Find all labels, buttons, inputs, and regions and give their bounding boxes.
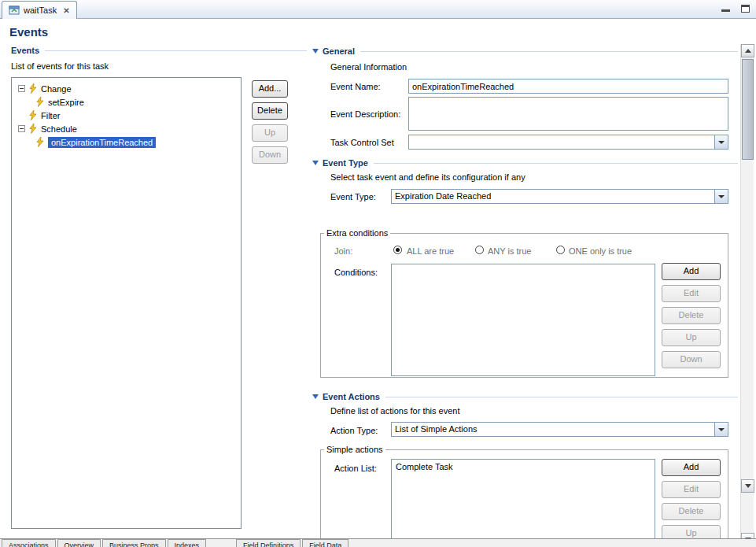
tree-row[interactable]: Schedule xyxy=(13,122,239,135)
event-actions-section-header[interactable]: Event Actions xyxy=(312,392,738,401)
radio-any-is-true[interactable] xyxy=(475,246,484,254)
radio-one-only-true[interactable] xyxy=(556,246,565,254)
event-actions-section-subtitle: Define list of actions for this event xyxy=(330,406,459,416)
tree-button-column: Add... Delete Up Down xyxy=(252,80,288,164)
event-type-label: Event Type: xyxy=(330,192,376,201)
event-type-section-subtitle: Select task event and define its configu… xyxy=(330,172,526,182)
radio-one-label[interactable]: ONE only is true xyxy=(569,246,632,256)
add-event-button[interactable]: Add... xyxy=(252,80,288,98)
tab-waittask[interactable]: waitTask ✕ xyxy=(2,1,77,19)
events-section-header: Events xyxy=(11,46,307,55)
task-control-set-select[interactable] xyxy=(408,135,728,150)
bottom-tab[interactable]: Associations xyxy=(2,539,56,547)
event-name-label: Event Name: xyxy=(330,82,381,91)
event-type-value: Expiration Date Reached xyxy=(392,190,714,203)
general-section-header[interactable]: General xyxy=(312,46,738,56)
move-down-button[interactable]: Down xyxy=(252,146,288,164)
bottom-tab[interactable]: Overview xyxy=(57,539,101,547)
radio-any-label[interactable]: ANY is true xyxy=(488,246,531,256)
action-type-select[interactable]: List of Simple Actions xyxy=(391,422,728,437)
events-section-subtitle: List of events for this task xyxy=(11,61,109,71)
section-divider xyxy=(385,397,738,397)
chevron-down-icon[interactable] xyxy=(312,394,319,399)
join-label: Join: xyxy=(334,246,352,256)
bottom-tab[interactable]: Field Data xyxy=(302,539,348,547)
tree-item-label: Change xyxy=(41,84,72,94)
delete-event-button[interactable]: Delete xyxy=(252,102,288,120)
chevron-down-icon[interactable] xyxy=(312,49,319,54)
tree-row[interactable]: setExpire xyxy=(13,95,239,109)
task-control-set-value xyxy=(409,135,714,149)
conditions-list[interactable] xyxy=(391,264,655,376)
conditions-add-button[interactable]: Add xyxy=(662,263,721,280)
tab-close-icon[interactable]: ✕ xyxy=(63,6,69,15)
page-title: Events xyxy=(9,25,48,39)
bottom-tab[interactable]: Indexes xyxy=(168,539,207,547)
action-type-value: List of Simple Actions xyxy=(392,423,714,436)
move-up-button[interactable]: Up xyxy=(252,124,288,142)
vertical-scrollbar[interactable] xyxy=(740,44,754,547)
scroll-down-icon[interactable] xyxy=(741,479,754,493)
action-list-label: Action List: xyxy=(334,464,377,473)
radio-all-are-true[interactable] xyxy=(393,246,402,254)
collapse-icon[interactable] xyxy=(18,85,25,92)
tree-item-label: onExpirationTimeReached xyxy=(48,137,156,148)
event-type-select[interactable]: Expiration Date Reached xyxy=(391,189,728,204)
radio-all-label[interactable]: ALL are true xyxy=(407,246,454,256)
events-section-title: Events xyxy=(11,46,39,55)
event-name-field[interactable] xyxy=(408,79,728,94)
tree-row-selected[interactable]: onExpirationTimeReached xyxy=(13,135,239,149)
tree-row[interactable]: Change xyxy=(13,82,239,95)
minimize-icon[interactable] xyxy=(721,9,730,12)
tab-title: waitTask xyxy=(24,6,57,15)
event-type-section-header[interactable]: Event Type xyxy=(312,158,738,168)
dropdown-arrow-icon[interactable] xyxy=(714,135,728,149)
chevron-down-icon[interactable] xyxy=(312,161,319,165)
task-control-set-label: Task Control Set xyxy=(330,138,394,147)
general-section-title: General xyxy=(323,46,355,56)
general-section-subtitle: General Information xyxy=(330,62,407,72)
event-description-label: Event Description: xyxy=(330,109,400,119)
editor-bottom-tab-bar: Associations Overview Business Props Ind… xyxy=(0,538,756,547)
bottom-tab[interactable]: Business Props xyxy=(102,539,166,547)
maximize-icon[interactable] xyxy=(741,5,750,13)
collapse-icon[interactable] xyxy=(18,125,25,132)
bottom-tab[interactable]: Field Definitions xyxy=(236,539,301,547)
event-type-section-title: Event Type xyxy=(323,158,368,168)
event-actions-section-title: Event Actions xyxy=(323,392,380,401)
event-lightning-icon xyxy=(28,110,38,120)
actions-delete-button[interactable]: Delete xyxy=(662,503,721,520)
conditions-edit-button[interactable]: Edit xyxy=(662,285,721,302)
event-lightning-icon xyxy=(35,137,45,147)
action-list[interactable]: Complete Task xyxy=(391,459,655,547)
tree-row[interactable]: Filter xyxy=(13,109,239,122)
conditions-delete-button[interactable]: Delete xyxy=(662,307,721,324)
action-type-label: Action Type: xyxy=(330,426,378,435)
section-divider xyxy=(45,50,307,51)
editor-tab-bar: waitTask ✕ xyxy=(0,0,756,19)
event-lightning-icon xyxy=(28,83,38,94)
dropdown-arrow-icon[interactable] xyxy=(714,190,728,203)
extra-conditions-legend: Extra conditions xyxy=(324,228,390,238)
actions-add-button[interactable]: Add xyxy=(662,459,721,476)
dropdown-arrow-icon[interactable] xyxy=(714,423,728,436)
simple-actions-legend: Simple actions xyxy=(324,445,385,454)
section-divider xyxy=(374,163,738,164)
tree-item-label: Filter xyxy=(41,111,60,120)
events-tree: Change setExpire Filter Schedule onEx xyxy=(11,77,242,529)
conditions-down-button[interactable]: Down xyxy=(662,351,721,368)
scroll-up-icon[interactable] xyxy=(741,44,754,57)
view-controls xyxy=(721,5,750,13)
waittask-editor-icon xyxy=(9,5,20,16)
tree-item-label: Schedule xyxy=(41,124,77,134)
conditions-label: Conditions: xyxy=(334,268,378,277)
event-lightning-icon xyxy=(35,97,45,107)
tree-item-label: setExpire xyxy=(48,98,84,107)
scrollbar-thumb[interactable] xyxy=(742,59,754,160)
action-list-item[interactable]: Complete Task xyxy=(396,462,651,471)
waittask-editor-window: waitTask ✕ Events Events List of events … xyxy=(0,0,756,547)
conditions-up-button[interactable]: Up xyxy=(662,329,721,346)
event-lightning-icon xyxy=(28,124,38,134)
actions-edit-button[interactable]: Edit xyxy=(662,481,721,498)
event-description-field[interactable] xyxy=(408,97,728,131)
